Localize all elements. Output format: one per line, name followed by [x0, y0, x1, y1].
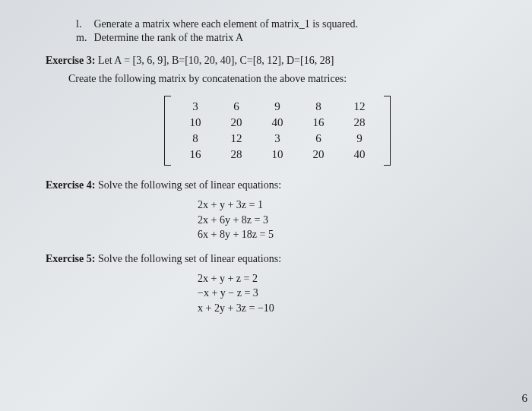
matrix-cell: 3 [175, 99, 216, 115]
equation-line: x + 2y + 3z = −10 [198, 301, 509, 316]
matrix-cell: 8 [298, 99, 339, 115]
equation-line: 2x + 6y + 8z = 3 [198, 213, 509, 228]
exercise-5-text: Solve the following set of linear equati… [95, 253, 281, 264]
matrix-row: 8 12 3 6 9 [175, 131, 380, 147]
matrix-cell: 10 [257, 147, 298, 163]
equation-line: 2x + y + z = 2 [198, 271, 509, 286]
concatenation-matrix: 3 6 9 8 12 10 20 40 16 28 8 12 3 6 9 1 [164, 96, 391, 166]
matrix-cell: 3 [257, 131, 298, 147]
matrix-cell: 28 [339, 115, 380, 131]
matrix-cell: 10 [175, 115, 216, 131]
matrix-cell: 9 [257, 99, 298, 115]
page-number: 6 [522, 392, 528, 405]
equation-line: 6x + 8y + 18z = 5 [198, 227, 509, 242]
equation-line: 2x + y + 3z = 1 [198, 198, 509, 213]
exercise-3-line: Exercise 3: Let A = [3, 6, 9], B=[10, 20… [46, 55, 509, 67]
matrix-cell: 20 [216, 115, 257, 131]
equation-line: −x + y − z = 3 [198, 286, 509, 301]
exercise-5-line: Exercise 5: Solve the following set of l… [46, 253, 509, 265]
matrix-cell: 6 [216, 99, 257, 115]
matrix-row: 3 6 9 8 12 [175, 99, 380, 115]
list-item-m: m. Determine the rank of the matrix A [76, 32, 509, 44]
list-marker-l: l. [76, 18, 91, 30]
matrix-cell: 9 [339, 131, 380, 147]
matrix-row: 16 28 10 20 40 [175, 147, 380, 163]
exercise-4-text: Solve the following set of linear equati… [95, 179, 281, 191]
exercise-5-label: Exercise 5: [46, 253, 95, 264]
matrix-cell: 16 [175, 147, 216, 163]
list-marker-m: m. [76, 32, 91, 44]
matrix-cell: 8 [175, 131, 216, 147]
matrix-cell: 6 [298, 131, 339, 147]
matrix-cell: 12 [339, 99, 380, 115]
exercise-4-label: Exercise 4: [46, 179, 95, 191]
matrix-cell: 16 [298, 115, 339, 131]
exercise-3-label: Exercise 3: [46, 55, 95, 66]
partial-top-line [76, 8, 509, 18]
matrix-cell: 28 [216, 147, 257, 163]
matrix-cell: 20 [298, 147, 339, 163]
matrix-row: 10 20 40 16 28 [175, 115, 380, 131]
matrix-container: 3 6 9 8 12 10 20 40 16 28 8 12 3 6 9 1 [46, 96, 509, 166]
matrix-cell: 12 [216, 131, 257, 147]
exercise-3-text: Let A = [3, 6, 9], B=[10, 20, 40], C=[8,… [95, 55, 334, 66]
exercise-4-equations: 2x + y + 3z = 1 2x + 6y + 8z = 3 6x + 8y… [198, 198, 509, 242]
matrix-cell: 40 [257, 115, 298, 131]
list-text-l: Generate a matrix where each element of … [94, 18, 359, 30]
matrix-cell: 40 [339, 147, 380, 163]
page-content: l. Generate a matrix where each element … [46, 8, 509, 316]
exercise-3-subtext: Create the following matrix by concatena… [68, 73, 509, 85]
list-item-l: l. Generate a matrix where each element … [76, 18, 509, 30]
exercise-5-equations: 2x + y + z = 2 −x + y − z = 3 x + 2y + 3… [198, 271, 509, 316]
list-text-m: Determine the rank of the matrix A [94, 32, 244, 43]
exercise-4-line: Exercise 4: Solve the following set of l… [46, 179, 509, 191]
